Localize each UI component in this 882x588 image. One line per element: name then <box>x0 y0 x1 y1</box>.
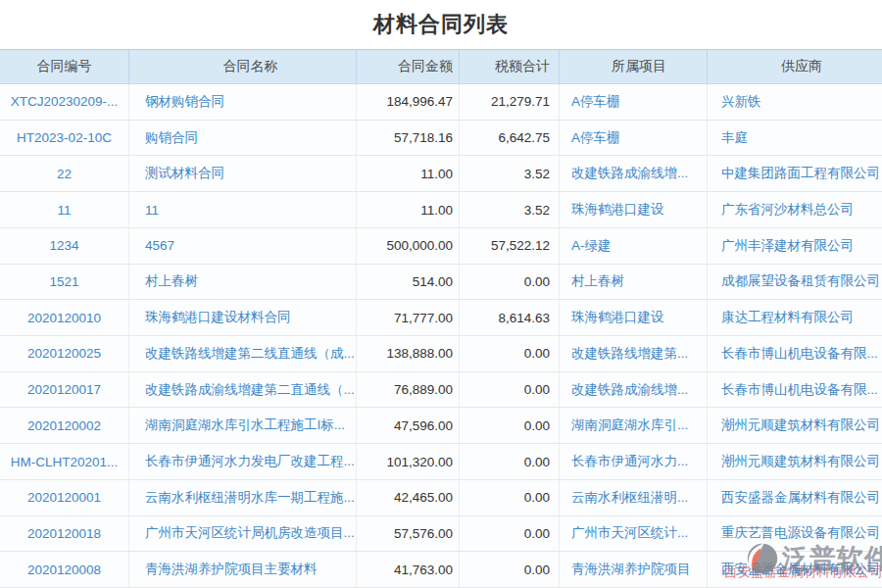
contract-name-link[interactable]: 村上春树 <box>129 265 357 300</box>
supplier-link[interactable]: 兴新铁 <box>708 84 882 120</box>
supplier-link[interactable]: 中建集团路面工程有限公司 <box>708 156 882 191</box>
contract-name-link[interactable]: 钢材购销合同 <box>129 84 357 120</box>
project-link[interactable]: 村上春树 <box>560 265 708 300</box>
tax-total-value: 57,522.12 <box>460 228 560 264</box>
contract-number-link[interactable]: 2020120017 <box>0 372 129 408</box>
supplier-link[interactable]: 康达工程材料有限公司 <box>708 300 882 335</box>
table-row: 2020120018 广州市天河区统计局机房改造项目... 57,576.00 … <box>0 516 882 553</box>
table-row: HM-CLHT20201... 长春市伊通河水力发电厂改建工程... 101,3… <box>0 444 882 480</box>
supplier-link[interactable]: 西安盛器金属材料有限公司 <box>708 480 882 515</box>
contract-number-link[interactable]: 1521 <box>0 265 129 300</box>
tax-total-value: 0.00 <box>460 480 560 515</box>
table-body: XTCJ20230209-... 钢材购销合同 184,996.47 21,27… <box>0 84 882 588</box>
contract-number-link[interactable]: 2020120010 <box>0 300 129 335</box>
col-header-contract-name: 合同名称 <box>129 50 357 83</box>
supplier-link[interactable]: 长春市博山机电设备有限... <box>708 372 882 408</box>
project-link[interactable]: A-绿建 <box>560 228 708 264</box>
table-header-row: 合同编号 合同名称 合同金额 税额合计 所属项目 供应商 <box>0 49 882 84</box>
contract-amount-value: 57,718.16 <box>357 121 460 156</box>
project-link[interactable]: 长春市伊通河水力... <box>560 444 708 479</box>
project-link[interactable]: 珠海鹤港口建设 <box>560 192 708 227</box>
contract-number-link[interactable]: 2020120008 <box>0 552 129 587</box>
tax-total-value: 0.00 <box>460 516 560 552</box>
supplier-link[interactable]: 丰庭 <box>708 121 882 156</box>
contract-name-link[interactable]: 11 <box>129 192 357 227</box>
project-link[interactable]: 云南水利枢纽潜明... <box>560 480 708 515</box>
project-link[interactable]: A停车棚 <box>560 121 708 156</box>
project-link[interactable]: 珠海鹤港口建设 <box>560 300 708 335</box>
tax-total-value: 3.52 <box>460 156 560 191</box>
table-row: 2020120017 改建铁路成渝线增建第二直通线（... 76,889.00 … <box>0 372 882 409</box>
contract-name-link[interactable]: 珠海鹤港口建设材料合同 <box>129 300 357 335</box>
contract-number-link[interactable]: 2020120018 <box>0 516 129 552</box>
contract-number-link[interactable]: HT2023-02-10C <box>0 121 129 156</box>
contract-name-link[interactable]: 测试材料合同 <box>129 156 357 191</box>
contract-name-link[interactable]: 4567 <box>129 228 357 264</box>
contract-number-link[interactable]: 2020120025 <box>0 336 129 371</box>
table-row: HT2023-02-10C 购销合同 57,718.16 6,642.75 A停… <box>0 121 882 157</box>
table-row: 22 测试材料合同 11.00 3.52 改建铁路成渝线增... 中建集团路面工… <box>0 156 882 192</box>
supplier-link[interactable]: 广州丰泽建材有限公司 <box>708 228 882 264</box>
contract-name-link[interactable]: 长春市伊通河水力发电厂改建工程... <box>129 444 357 479</box>
tax-total-value: 6,642.75 <box>460 121 560 156</box>
contract-amount-value: 514.00 <box>357 265 460 300</box>
contract-name-link[interactable]: 改建铁路成渝线增建第二直通线（... <box>129 372 357 408</box>
table-row: 2020120025 改建铁路线增建第二线直通线（成... 138,888.00… <box>0 336 882 372</box>
contract-amount-value: 11.00 <box>357 192 460 227</box>
contract-name-link[interactable]: 湖南洞庭湖水库引水工程施工I标... <box>129 408 357 443</box>
contract-amount-value: 57,576.00 <box>357 516 460 552</box>
contract-number-link[interactable]: 2020120002 <box>0 408 129 443</box>
col-header-tax-total: 税额合计 <box>460 50 560 83</box>
contract-amount-value: 184,996.47 <box>357 84 460 120</box>
contract-amount-value: 11.00 <box>357 156 460 191</box>
page-title: 材料合同列表 <box>373 10 509 39</box>
contract-name-link[interactable]: 青海洪湖养护院项目主要材料 <box>129 552 357 587</box>
contract-name-link[interactable]: 广州市天河区统计局机房改造项目... <box>129 516 357 552</box>
contract-number-link[interactable]: HM-CLHT20201... <box>0 444 129 479</box>
contract-amount-value: 71,777.00 <box>357 300 460 335</box>
col-header-contract-number: 合同编号 <box>0 50 129 83</box>
contract-amount-value: 101,320.00 <box>357 444 460 479</box>
project-link[interactable]: 青海洪湖养护院项目 <box>560 552 708 587</box>
table-row: 1234 4567 500,000.00 57,522.12 A-绿建 广州丰泽… <box>0 228 882 265</box>
tax-total-value: 0.00 <box>460 372 560 408</box>
project-link[interactable]: 改建铁路线增建第... <box>560 336 708 371</box>
tax-total-value: 8,614.63 <box>460 300 560 335</box>
tax-total-value: 0.00 <box>460 265 560 300</box>
contract-number-link[interactable]: 22 <box>0 156 129 191</box>
table-row: 2020120010 珠海鹤港口建设材料合同 71,777.00 8,614.6… <box>0 300 882 336</box>
contract-number-link[interactable]: 11 <box>0 192 129 227</box>
supplier-link[interactable]: 西安盛器金属材料有限公司 <box>708 552 882 587</box>
contract-number-link[interactable]: XTCJ20230209-... <box>0 84 129 120</box>
contract-amount-value: 138,888.00 <box>357 336 460 371</box>
supplier-link[interactable]: 重庆艺普电源设备有限公司 <box>708 516 882 552</box>
project-link[interactable]: 广州市天河区统计... <box>560 516 708 552</box>
supplier-link[interactable]: 潮州元顺建筑材料有限公司 <box>708 444 882 479</box>
supplier-link[interactable]: 潮州元顺建筑材料有限公司 <box>708 408 882 443</box>
table-row: 11 11 11.00 3.52 珠海鹤港口建设 广东省河沙材料总公司 <box>0 192 882 228</box>
tax-total-value: 21,279.71 <box>460 84 560 120</box>
project-link[interactable]: 改建铁路成渝线增... <box>560 156 708 191</box>
contract-name-link[interactable]: 云南水利枢纽潜明水库一期工程施... <box>129 480 357 515</box>
table-row: 2020120002 湖南洞庭湖水库引水工程施工I标... 47,596.00 … <box>0 408 882 444</box>
table-row: 2020120008 青海洪湖养护院项目主要材料 41,763.00 0.00 … <box>0 552 882 588</box>
col-header-project: 所属项目 <box>560 50 708 83</box>
supplier-link[interactable]: 长春市博山机电设备有限... <box>708 336 882 371</box>
contract-number-link[interactable]: 2020120001 <box>0 480 129 515</box>
contract-number-link[interactable]: 1234 <box>0 228 129 264</box>
contract-name-link[interactable]: 购销合同 <box>129 121 357 156</box>
title-bar: 材料合同列表 <box>0 0 882 49</box>
project-link[interactable]: 湖南洞庭湖水库引... <box>560 408 708 443</box>
supplier-link[interactable]: 广东省河沙材料总公司 <box>708 192 882 227</box>
material-contract-table: 合同编号 合同名称 合同金额 税额合计 所属项目 供应商 XTCJ2023020… <box>0 49 882 588</box>
contract-amount-value: 47,596.00 <box>357 408 460 443</box>
contract-amount-value: 76,889.00 <box>357 372 460 408</box>
page: 材料合同列表 合同编号 合同名称 合同金额 税额合计 所属项目 供应商 XTCJ… <box>0 0 882 588</box>
supplier-link[interactable]: 成都展望设备租赁有限公司 <box>708 265 882 300</box>
tax-total-value: 0.00 <box>460 408 560 443</box>
contract-name-link[interactable]: 改建铁路线增建第二线直通线（成... <box>129 336 357 371</box>
project-link[interactable]: A停车棚 <box>560 84 708 120</box>
col-header-supplier: 供应商 <box>708 50 882 83</box>
project-link[interactable]: 改建铁路成渝线增... <box>560 372 708 408</box>
contract-amount-value: 42,465.00 <box>357 480 460 515</box>
